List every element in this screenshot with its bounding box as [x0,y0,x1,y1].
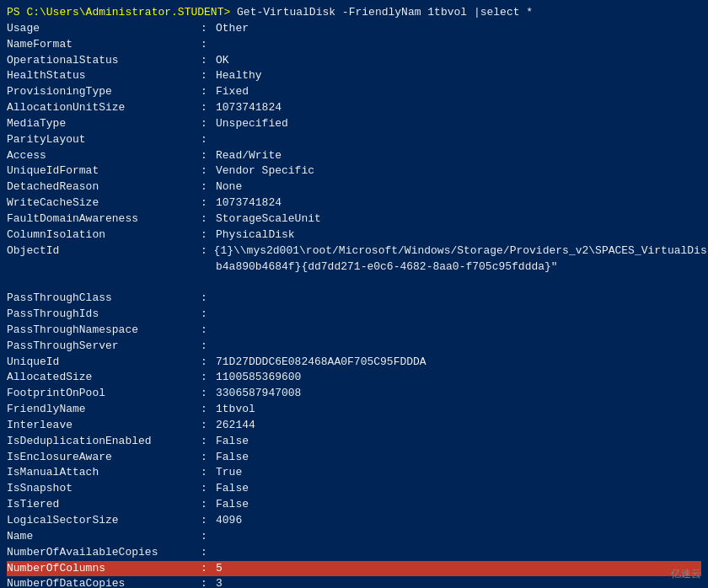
property-row: DetachedReason: None [7,179,701,195]
prop-name: LogicalSectorSize [7,513,201,529]
prop-colon: : [201,402,216,418]
property-row: IsEnclosureAware: False [7,450,701,466]
prop-value: False [216,481,249,497]
prop-colon: : [201,513,216,529]
property-row: IsDeduplicationEnabled: False [7,434,701,450]
property-row: b4a890b4684f}{dd7dd271-e0c6-4682-8aa0-f7… [7,259,701,275]
prop-name: NumberOfColumns [7,561,201,577]
property-row: FootprintOnPool: 3306587947008 [7,386,701,402]
prop-value: Healthy [216,68,262,84]
prop-value: 4096 [216,513,242,529]
prop-value: 1073741824 [216,100,282,116]
terminal-window: PS C:\Users\Administrator.STUDENT> Get-V… [0,0,708,588]
prop-colon: : [201,291,216,307]
prop-value: Read/Write [216,148,282,164]
prop-colon: : [201,307,216,323]
command-line: PS C:\Users\Administrator.STUDENT> Get-V… [7,5,701,21]
prop-colon: : [201,68,216,84]
prop-colon: : [201,434,216,450]
prop-name: MediaType [7,116,201,132]
prop-name: Usage [7,21,201,37]
prop-colon: : [201,545,216,561]
prop-colon: : [201,211,216,227]
property-row: AllocationUnitSize: 1073741824 [7,100,701,116]
prop-colon: : [201,21,216,37]
prop-value: 1100585369600 [216,370,301,386]
prop-value: False [216,497,249,513]
prop-name: IsTiered [7,497,201,513]
property-row: FaultDomainAwareness: StorageScaleUnit [7,211,701,227]
prop-colon: : [201,179,216,195]
prop-colon: : [201,386,216,402]
prop-name: IsEnclosureAware [7,450,201,466]
prop-colon: : [201,227,216,243]
prop-colon: : [201,529,216,545]
prop-name: Name [7,529,201,545]
prop-name: UniqueId [7,355,201,371]
property-row: PassThroughServer: [7,339,701,355]
prop-name: PassThroughIds [7,307,201,323]
prop-name: FaultDomainAwareness [7,211,201,227]
prop-colon: : [201,195,216,211]
property-row: Name: [7,529,701,545]
prop-value: 3306587947008 [216,386,301,402]
prop-colon: : [201,243,214,259]
prop-colon: : [201,339,216,355]
prop-name: OperationalStatus [7,53,201,69]
prop-value: None [216,179,242,195]
prop-colon: : [201,418,216,434]
property-row: HealthStatus: Healthy [7,68,701,84]
property-row: OperationalStatus: OK [7,53,701,69]
prop-value: Vendor Specific [216,163,314,179]
prop-colon: : [201,53,216,69]
prop-value: 71D27DDDC6E082468AA0F705C95FDDDA [216,355,426,371]
property-row: NumberOfColumns: 5 [7,561,701,577]
prop-colon: : [201,450,216,466]
prop-name: FootprintOnPool [7,386,201,402]
prop-colon: : [201,576,216,588]
prop-name: IsSnapshot [7,481,201,497]
property-row: FriendlyName: 1tbvol [7,402,701,418]
prop-value: 1tbvol [216,402,255,418]
property-row: ObjectId: {1}\\mys2d001\root/Microsoft/W… [7,243,701,259]
command: Get-VirtualDisk -FriendlyNam 1tbvol |sel… [230,5,533,21]
prop-name: PassThroughNamespace [7,323,201,339]
prop-value: 262144 [216,418,255,434]
prop-value: 5 [216,561,223,577]
prop-name: Interleave [7,418,201,434]
prop-name: NumberOfDataCopies [7,576,201,588]
prop-value: False [216,450,249,466]
property-row: NumberOfAvailableCopies: [7,545,701,561]
property-row: LogicalSectorSize: 4096 [7,513,701,529]
prop-name: UniqueIdFormat [7,163,201,179]
property-row: WriteCacheSize: 1073741824 [7,195,701,211]
prop-value: True [216,465,242,481]
prop-value: StorageScaleUnit [216,211,321,227]
empty-line [7,275,701,291]
prop-name: PassThroughClass [7,291,201,307]
prop-colon: : [201,370,216,386]
prop-name: PassThroughServer [7,339,201,355]
property-row: PassThroughClass: [7,291,701,307]
prop-name: IsManualAttach [7,465,201,481]
property-row: MediaType: Unspecified [7,116,701,132]
property-row: ParityLayout: [7,132,701,148]
property-row: Interleave: 262144 [7,418,701,434]
property-row: UniqueIdFormat: Vendor Specific [7,163,701,179]
prop-name: NameFormat [7,37,201,53]
prop-colon: : [201,481,216,497]
prop-value: PhysicalDisk [216,227,295,243]
prop-colon: : [201,163,216,179]
prop-colon: : [201,497,216,513]
prop-colon: : [201,355,216,371]
watermark: 亿速云 [671,567,701,581]
prop-name: AllocatedSize [7,370,201,386]
property-row: IsManualAttach: True [7,465,701,481]
prop-colon: : [201,561,216,577]
prop-colon: : [201,116,216,132]
prop-value: Fixed [216,84,249,100]
property-row: ProvisioningType: Fixed [7,84,701,100]
property-row: Usage: Other [7,21,701,37]
prop-value: 1073741824 [216,195,282,211]
prop-name: HealthStatus [7,68,201,84]
